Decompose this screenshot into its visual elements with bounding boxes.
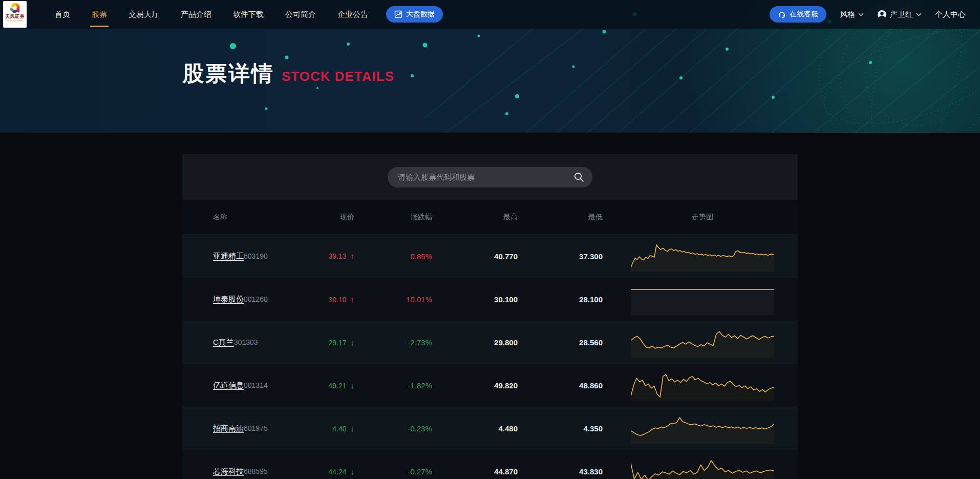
page-title: 股票详情	[182, 59, 274, 88]
day-low: 48.860	[518, 381, 603, 390]
nav-menu: 首页股票交易大厅产品介绍软件下载公司简介企业公告	[44, 0, 379, 29]
nav-item-1[interactable]: 股票	[81, 0, 118, 29]
arrow-down-icon: ↓	[351, 467, 355, 476]
stock-code: 688595	[244, 467, 268, 475]
current-price: 49.21	[328, 382, 346, 390]
chevron-down-icon	[916, 13, 922, 16]
current-price: 30.10	[328, 296, 346, 304]
trend-chart-cell	[603, 413, 798, 444]
trend-chart-cell	[603, 241, 798, 272]
day-high: 40.770	[432, 252, 518, 261]
top-navigation: 天风证券 TF SECURITIES 首页股票交易大厅产品介绍软件下载公司简介企…	[0, 0, 980, 29]
stock-name-link[interactable]: 亚通精工	[213, 252, 244, 260]
brand-subname: TF SECURITIES	[7, 19, 23, 22]
day-high: 29.800	[432, 338, 518, 347]
search-icon[interactable]	[573, 171, 585, 183]
page-subtitle: STOCK DETAILS	[282, 69, 394, 85]
search-section	[182, 154, 798, 200]
stock-name-link[interactable]: 招商南油	[213, 424, 244, 432]
stock-row-688595[interactable]: 芯海科技68859544.24↓-0.27%44.87043.830	[182, 450, 798, 479]
stock-code: 301303	[234, 338, 258, 346]
stock-code: 601975	[244, 424, 268, 432]
banner-title-group: 股票详情 STOCK DETAILS	[182, 59, 798, 88]
stock-name-link[interactable]: 坤泰股份	[213, 295, 244, 303]
style-menu[interactable]: 风格	[840, 10, 864, 19]
table-header-row: 名称现价涨跌幅最高最低走势图	[182, 200, 798, 235]
day-high: 44.870	[432, 467, 518, 476]
table-body: 亚通精工60319039.13↑0.85%40.77037.300坤泰股份001…	[182, 235, 798, 479]
stock-code: 603190	[244, 252, 268, 260]
personal-center-link[interactable]: 个人中心	[935, 10, 966, 19]
current-price: 4.40	[332, 425, 346, 433]
stock-list-card: 名称现价涨跌幅最高最低走势图 亚通精工60319039.13↑0.85%40.7…	[182, 154, 798, 479]
stock-name-link[interactable]: 芯海科技	[213, 467, 244, 475]
trend-sparkline	[631, 456, 774, 479]
username-label: 严卫红	[890, 10, 913, 19]
trend-chart-cell	[603, 456, 798, 479]
style-menu-label: 风格	[840, 10, 855, 19]
nav-item-3[interactable]: 产品介绍	[170, 0, 222, 29]
day-low: 28.100	[518, 295, 603, 304]
stock-details-page: 天风证券 TF SECURITIES 首页股票交易大厅产品介绍软件下载公司简介企…	[0, 0, 980, 479]
stock-search-box	[388, 167, 592, 188]
day-low: 37.300	[518, 252, 603, 261]
nav-item-0[interactable]: 首页	[44, 0, 81, 29]
stock-row-001314[interactable]: 亿道信息00131449.21↓-1.82%49.82048.860	[182, 364, 798, 407]
stock-name-link[interactable]: 亿道信息	[213, 381, 244, 389]
arrow-up-icon: ↑	[351, 252, 355, 260]
arrow-down-icon: ↓	[351, 338, 355, 347]
trend-chart-cell	[603, 327, 798, 358]
user-menu[interactable]: 严卫红	[877, 10, 922, 19]
trend-sparkline	[631, 284, 774, 315]
nav-item-4[interactable]: 软件下载	[222, 0, 274, 29]
day-low: 28.560	[518, 338, 603, 347]
online-service-label: 在线客服	[790, 10, 818, 19]
search-input[interactable]	[388, 167, 592, 188]
online-service-button[interactable]: 在线客服	[770, 6, 826, 23]
column-header-5: 走势图	[603, 213, 798, 222]
nav-item-6[interactable]: 企业公告	[327, 0, 379, 29]
day-low: 4.350	[518, 424, 603, 433]
trend-chart-cell	[603, 284, 798, 315]
stock-row-301303[interactable]: C真兰30130329.17↓-2.73%29.80028.560	[182, 321, 798, 364]
stock-code: 001260	[244, 295, 268, 303]
trend-sparkline	[631, 413, 774, 444]
personal-center-label: 个人中心	[935, 10, 966, 19]
market-data-button[interactable]: 大盘数据	[386, 6, 443, 23]
column-header-0: 名称	[182, 213, 305, 222]
arrow-down-icon: ↓	[351, 381, 355, 390]
stock-code: 001314	[244, 381, 268, 389]
change-percent: -1.82%	[354, 381, 432, 390]
trend-sparkline	[631, 241, 774, 272]
page-header: 天风证券 TF SECURITIES 首页股票交易大厅产品介绍软件下载公司简介企…	[0, 0, 980, 133]
brand-logo[interactable]: 天风证券 TF SECURITIES	[3, 1, 27, 28]
current-price: 44.24	[328, 468, 346, 476]
day-high: 4.480	[432, 424, 518, 433]
stock-row-601975[interactable]: 招商南油6019754.40↓-0.23%4.4804.350	[182, 407, 798, 450]
stock-row-001260[interactable]: 坤泰股份00126030.10↑10.01%30.10028.100	[182, 278, 798, 321]
column-header-2: 涨跌幅	[354, 213, 432, 222]
column-header-1: 现价	[305, 213, 354, 222]
market-data-label: 大盘数据	[406, 10, 435, 19]
main-content: 名称现价涨跌幅最高最低走势图 亚通精工60319039.13↑0.85%40.7…	[0, 154, 980, 479]
current-price: 39.13	[328, 252, 346, 260]
trend-chart-cell	[603, 370, 798, 401]
change-percent: 0.85%	[354, 252, 432, 261]
change-percent: -0.27%	[354, 467, 432, 476]
nav-item-5[interactable]: 公司简介	[274, 0, 327, 29]
brand-logo-icon	[8, 3, 22, 14]
chart-icon	[394, 10, 402, 18]
headset-icon	[778, 10, 786, 18]
nav-item-2[interactable]: 交易大厅	[118, 0, 170, 29]
avatar-icon	[877, 10, 887, 19]
change-percent: -0.23%	[354, 424, 432, 433]
stock-name-link[interactable]: C真兰	[213, 338, 234, 346]
stock-row-603190[interactable]: 亚通精工60319039.13↑0.85%40.77037.300	[182, 235, 798, 278]
column-header-3: 最高	[432, 213, 518, 222]
day-low: 43.830	[518, 467, 603, 476]
arrow-up-icon: ↑	[351, 295, 355, 304]
change-percent: -2.73%	[354, 338, 432, 347]
day-high: 30.100	[432, 295, 518, 304]
trend-sparkline	[631, 327, 774, 358]
current-price: 29.17	[328, 339, 346, 347]
